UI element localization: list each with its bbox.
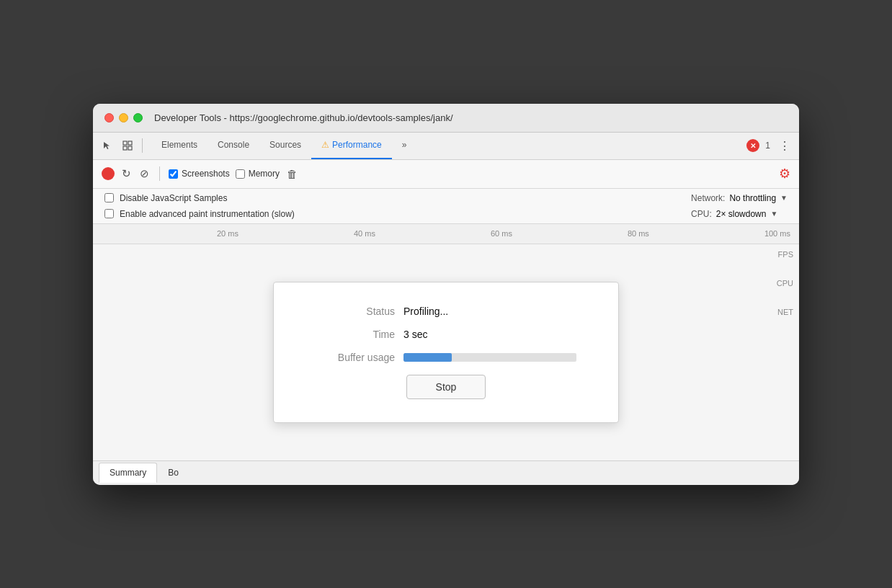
record-button[interactable] <box>102 167 115 180</box>
memory-checkbox-label[interactable]: Memory <box>236 169 280 179</box>
advanced-paint-label: Enable advanced paint instrumentation (s… <box>120 209 295 219</box>
ruler-labels: 20 ms 40 ms 60 ms 80 ms 100 ms <box>93 229 799 238</box>
disable-js-label: Disable JavaScript Samples <box>120 193 227 203</box>
cursor-icon[interactable] <box>99 137 116 154</box>
cancel-icon[interactable]: ⊘ <box>138 166 151 182</box>
bottom-tab-bo[interactable]: Bo <box>157 463 189 483</box>
stop-button[interactable]: Stop <box>406 375 486 399</box>
net-label: NET <box>777 308 793 316</box>
ruler-label-1: 20 ms <box>217 229 238 238</box>
status-key: Status <box>308 306 395 317</box>
maximize-button[interactable] <box>133 113 143 122</box>
inspect-icon[interactable] <box>119 137 136 154</box>
status-value: Profiling... <box>403 306 448 317</box>
tab-bar-icons <box>99 137 146 154</box>
minimize-button[interactable] <box>119 113 128 122</box>
memory-checkbox[interactable] <box>236 169 245 179</box>
buffer-key: Buffer usage <box>308 352 395 363</box>
tab-more[interactable]: » <box>392 133 417 159</box>
timeline-ruler: 20 ms 40 ms 60 ms 80 ms 100 ms <box>93 224 799 244</box>
cpu-value: 2× slowdown <box>716 209 767 219</box>
screenshots-checkbox[interactable] <box>169 169 178 179</box>
advanced-paint-row: Enable advanced paint instrumentation (s… <box>104 209 295 219</box>
network-label: Network: <box>691 193 725 203</box>
options-right: Network: No throttling ▼ CPU: 2× slowdow… <box>691 193 788 219</box>
cpu-track-label: CPU <box>777 279 793 288</box>
screenshots-checkbox-label[interactable]: Screenshots <box>169 169 230 179</box>
profiling-dialog: Status Profiling... Time 3 sec Buffer us… <box>273 282 619 423</box>
traffic-lights <box>104 113 143 122</box>
cpu-label: CPU: <box>691 209 712 219</box>
cpu-row: CPU: 2× slowdown ▼ <box>691 209 788 219</box>
ruler-label-3: 60 ms <box>491 229 512 238</box>
main-area: FPS CPU NET Status Profiling... Time 3 s… <box>93 244 799 460</box>
trash-icon[interactable]: 🗑 <box>285 166 299 182</box>
status-row: Status Profiling... <box>308 306 584 317</box>
options-bar: Disable JavaScript Samples Enable advanc… <box>93 189 799 224</box>
ruler-label-2: 40 ms <box>354 229 375 238</box>
error-count: 1 <box>765 141 770 151</box>
buffer-row: Buffer usage <box>308 352 584 363</box>
network-row: Network: No throttling ▼ <box>691 193 788 203</box>
tab-sources[interactable]: Sources <box>259 133 311 159</box>
settings-icon[interactable]: ⚙ <box>779 166 790 181</box>
tab-performance[interactable]: ⚠ Performance <box>311 133 392 159</box>
time-value: 3 sec <box>403 329 427 340</box>
toolbar-divider-1 <box>159 166 160 181</box>
time-row: Time 3 sec <box>308 329 584 340</box>
bottom-tabs: Summary Bo <box>93 460 799 485</box>
ruler-label-5: 100 ms <box>764 229 790 238</box>
buffer-bar-fill <box>403 353 452 362</box>
tab-bar: Elements Console Sources ⚠ Performance »… <box>93 133 799 160</box>
cpu-dropdown-arrow[interactable]: ▼ <box>770 210 777 218</box>
toolbar-right: ⚙ <box>779 166 790 182</box>
close-button[interactable] <box>104 113 114 122</box>
more-menu-button[interactable]: ⋮ <box>776 139 793 153</box>
tab-divider <box>142 138 143 153</box>
tab-elements[interactable]: Elements <box>151 133 208 159</box>
network-dropdown-arrow[interactable]: ▼ <box>780 194 788 202</box>
disable-js-checkbox[interactable] <box>104 193 114 202</box>
ruler-label-4: 80 ms <box>628 229 649 238</box>
tab-console[interactable]: Console <box>208 133 259 159</box>
advanced-paint-checkbox[interactable] <box>104 209 114 218</box>
error-badge: ✕ <box>746 139 759 152</box>
network-value: No throttling <box>729 193 776 203</box>
buffer-bar-container <box>403 353 576 362</box>
time-key: Time <box>308 329 395 340</box>
fps-label: FPS <box>778 250 793 259</box>
stop-button-row: Stop <box>308 375 584 399</box>
reload-icon[interactable]: ↻ <box>120 166 133 182</box>
warning-icon: ⚠ <box>321 140 329 150</box>
title-bar: Developer Tools - https://googlechrome.g… <box>93 104 799 133</box>
right-track-labels: FPS CPU NET <box>763 244 799 322</box>
toolbar: ↻ ⊘ Screenshots Memory 🗑 ⚙ <box>93 160 799 189</box>
options-left: Disable JavaScript Samples Enable advanc… <box>104 193 295 219</box>
svg-rect-0 <box>123 141 127 145</box>
devtools-window: Developer Tools - https://googlechrome.g… <box>93 104 799 485</box>
svg-rect-2 <box>123 146 127 150</box>
window-title: Developer Tools - https://googlechrome.g… <box>154 112 453 123</box>
tab-bar-right: ✕ 1 ⋮ <box>746 139 793 153</box>
disable-js-row: Disable JavaScript Samples <box>104 193 295 203</box>
bottom-tab-summary[interactable]: Summary <box>99 463 157 483</box>
svg-rect-3 <box>128 146 132 150</box>
svg-rect-1 <box>128 141 132 145</box>
